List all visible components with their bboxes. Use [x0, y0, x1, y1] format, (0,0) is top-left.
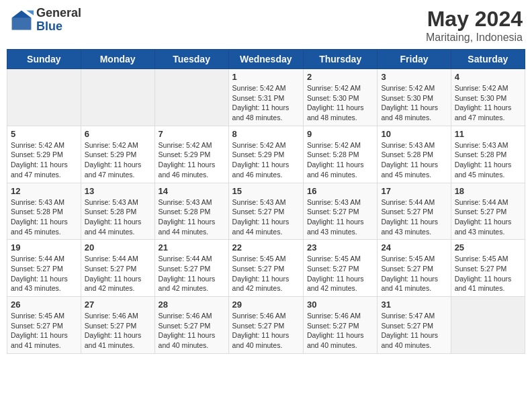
logo-general: General — [36, 7, 81, 20]
day-info: Sunrise: 5:43 AM Sunset: 5:27 PM Dayligh… — [307, 197, 373, 237]
day-info: Sunrise: 5:45 AM Sunset: 5:27 PM Dayligh… — [455, 254, 521, 293]
day-number: 10 — [381, 129, 447, 139]
day-info: Sunrise: 5:42 AM Sunset: 5:30 PM Dayligh… — [455, 83, 521, 123]
day-info: Sunrise: 5:44 AM Sunset: 5:27 PM Dayligh… — [85, 254, 151, 293]
calendar-cell: 19Sunrise: 5:44 AM Sunset: 5:27 PM Dayli… — [7, 240, 81, 297]
calendar-header-row: SundayMondayTuesdayWednesdayThursdayFrid… — [7, 50, 525, 69]
calendar-cell: 6Sunrise: 5:42 AM Sunset: 5:29 PM Daylig… — [81, 126, 154, 183]
day-number: 4 — [455, 72, 521, 82]
day-info: Sunrise: 5:42 AM Sunset: 5:30 PM Dayligh… — [307, 83, 373, 123]
calendar-cell: 15Sunrise: 5:43 AM Sunset: 5:27 PM Dayli… — [228, 183, 303, 240]
day-header-saturday: Saturday — [451, 50, 525, 69]
day-info: Sunrise: 5:46 AM Sunset: 5:27 PM Dayligh… — [85, 311, 151, 351]
calendar-cell: 16Sunrise: 5:43 AM Sunset: 5:27 PM Dayli… — [303, 183, 377, 240]
day-number: 12 — [11, 186, 77, 196]
day-info: Sunrise: 5:44 AM Sunset: 5:27 PM Dayligh… — [159, 254, 225, 293]
day-number: 31 — [381, 300, 447, 310]
calendar-cell: 8Sunrise: 5:42 AM Sunset: 5:29 PM Daylig… — [228, 126, 303, 183]
month-year: May 2024 — [426, 7, 523, 32]
calendar-cell — [154, 69, 228, 126]
calendar-cell: 10Sunrise: 5:43 AM Sunset: 5:28 PM Dayli… — [378, 126, 451, 183]
day-info: Sunrise: 5:42 AM Sunset: 5:31 PM Dayligh… — [232, 83, 300, 123]
day-number: 6 — [85, 129, 151, 139]
day-number: 5 — [11, 129, 77, 139]
calendar-cell: 31Sunrise: 5:47 AM Sunset: 5:27 PM Dayli… — [378, 297, 451, 354]
day-info: Sunrise: 5:44 AM Sunset: 5:27 PM Dayligh… — [11, 254, 77, 293]
day-info: Sunrise: 5:44 AM Sunset: 5:27 PM Dayligh… — [381, 197, 447, 237]
calendar-cell: 29Sunrise: 5:46 AM Sunset: 5:27 PM Dayli… — [228, 297, 303, 354]
day-info: Sunrise: 5:45 AM Sunset: 5:27 PM Dayligh… — [11, 311, 77, 351]
day-info: Sunrise: 5:42 AM Sunset: 5:29 PM Dayligh… — [232, 140, 300, 180]
calendar-cell: 17Sunrise: 5:44 AM Sunset: 5:27 PM Dayli… — [378, 183, 451, 240]
calendar-cell: 9Sunrise: 5:42 AM Sunset: 5:28 PM Daylig… — [303, 126, 377, 183]
day-number: 26 — [11, 300, 77, 310]
day-info: Sunrise: 5:45 AM Sunset: 5:27 PM Dayligh… — [307, 254, 373, 293]
day-number: 28 — [159, 300, 225, 310]
day-number: 14 — [159, 186, 225, 196]
day-number: 3 — [381, 72, 447, 82]
calendar-cell: 14Sunrise: 5:43 AM Sunset: 5:28 PM Dayli… — [154, 183, 228, 240]
calendar-cell: 24Sunrise: 5:45 AM Sunset: 5:27 PM Dayli… — [378, 240, 451, 297]
logo: General Blue — [9, 7, 81, 34]
day-info: Sunrise: 5:43 AM Sunset: 5:28 PM Dayligh… — [455, 140, 521, 180]
day-info: Sunrise: 5:47 AM Sunset: 5:27 PM Dayligh… — [381, 311, 447, 351]
day-info: Sunrise: 5:46 AM Sunset: 5:27 PM Dayligh… — [307, 311, 373, 351]
calendar-cell: 28Sunrise: 5:46 AM Sunset: 5:27 PM Dayli… — [154, 297, 228, 354]
day-header-friday: Friday — [378, 50, 451, 69]
day-info: Sunrise: 5:45 AM Sunset: 5:27 PM Dayligh… — [232, 254, 300, 293]
day-header-monday: Monday — [81, 50, 154, 69]
day-info: Sunrise: 5:44 AM Sunset: 5:27 PM Dayligh… — [455, 197, 521, 237]
day-number: 24 — [381, 242, 447, 253]
day-header-wednesday: Wednesday — [228, 50, 303, 69]
day-number: 8 — [232, 129, 300, 139]
calendar-week-5: 26Sunrise: 5:45 AM Sunset: 5:27 PM Dayli… — [7, 297, 525, 354]
day-info: Sunrise: 5:45 AM Sunset: 5:27 PM Dayligh… — [381, 254, 447, 293]
day-info: Sunrise: 5:46 AM Sunset: 5:27 PM Dayligh… — [159, 311, 225, 351]
day-info: Sunrise: 5:43 AM Sunset: 5:28 PM Dayligh… — [85, 197, 151, 237]
svg-marker-1 — [26, 10, 34, 15]
day-info: Sunrise: 5:42 AM Sunset: 5:29 PM Dayligh… — [159, 140, 225, 180]
day-info: Sunrise: 5:42 AM Sunset: 5:28 PM Dayligh… — [307, 140, 373, 180]
day-number: 27 — [85, 300, 151, 310]
page-header: General Blue May 2024 Maritaing, Indones… — [7, 7, 525, 44]
calendar-week-2: 5Sunrise: 5:42 AM Sunset: 5:29 PM Daylig… — [7, 126, 525, 183]
calendar-cell: 26Sunrise: 5:45 AM Sunset: 5:27 PM Dayli… — [7, 297, 81, 354]
calendar-cell: 7Sunrise: 5:42 AM Sunset: 5:29 PM Daylig… — [154, 126, 228, 183]
svg-rect-2 — [12, 17, 32, 30]
calendar-cell: 25Sunrise: 5:45 AM Sunset: 5:27 PM Dayli… — [451, 240, 525, 297]
day-info: Sunrise: 5:43 AM Sunset: 5:27 PM Dayligh… — [232, 197, 300, 237]
day-number: 20 — [85, 242, 151, 253]
day-info: Sunrise: 5:43 AM Sunset: 5:28 PM Dayligh… — [381, 140, 447, 180]
day-info: Sunrise: 5:42 AM Sunset: 5:30 PM Dayligh… — [381, 83, 447, 123]
day-number: 21 — [159, 242, 225, 253]
day-info: Sunrise: 5:43 AM Sunset: 5:28 PM Dayligh… — [159, 197, 225, 237]
day-number: 7 — [159, 129, 225, 139]
day-number: 16 — [307, 186, 373, 196]
day-number: 25 — [455, 242, 521, 253]
calendar-cell: 23Sunrise: 5:45 AM Sunset: 5:27 PM Dayli… — [303, 240, 377, 297]
day-number: 22 — [232, 242, 300, 253]
location: Maritaing, Indonesia — [426, 32, 523, 44]
day-number: 9 — [307, 129, 373, 139]
calendar-table: SundayMondayTuesdayWednesdayThursdayFrid… — [7, 49, 525, 354]
day-header-tuesday: Tuesday — [154, 50, 228, 69]
day-number: 23 — [307, 242, 373, 253]
calendar-cell: 27Sunrise: 5:46 AM Sunset: 5:27 PM Dayli… — [81, 297, 154, 354]
day-info: Sunrise: 5:42 AM Sunset: 5:29 PM Dayligh… — [11, 140, 77, 180]
calendar-cell: 30Sunrise: 5:46 AM Sunset: 5:27 PM Dayli… — [303, 297, 377, 354]
calendar-cell: 12Sunrise: 5:43 AM Sunset: 5:28 PM Dayli… — [7, 183, 81, 240]
calendar-cell — [81, 69, 154, 126]
calendar-cell: 13Sunrise: 5:43 AM Sunset: 5:28 PM Dayli… — [81, 183, 154, 240]
calendar-cell: 20Sunrise: 5:44 AM Sunset: 5:27 PM Dayli… — [81, 240, 154, 297]
day-number: 19 — [11, 242, 77, 253]
calendar-cell — [7, 69, 81, 126]
calendar-cell: 2Sunrise: 5:42 AM Sunset: 5:30 PM Daylig… — [303, 69, 377, 126]
calendar-cell: 22Sunrise: 5:45 AM Sunset: 5:27 PM Dayli… — [228, 240, 303, 297]
day-number: 13 — [85, 186, 151, 196]
day-info: Sunrise: 5:43 AM Sunset: 5:28 PM Dayligh… — [11, 197, 77, 237]
calendar-cell: 4Sunrise: 5:42 AM Sunset: 5:30 PM Daylig… — [451, 69, 525, 126]
day-number: 29 — [232, 300, 300, 310]
calendar-cell: 18Sunrise: 5:44 AM Sunset: 5:27 PM Dayli… — [451, 183, 525, 240]
day-number: 1 — [232, 72, 300, 82]
calendar-cell: 3Sunrise: 5:42 AM Sunset: 5:30 PM Daylig… — [378, 69, 451, 126]
